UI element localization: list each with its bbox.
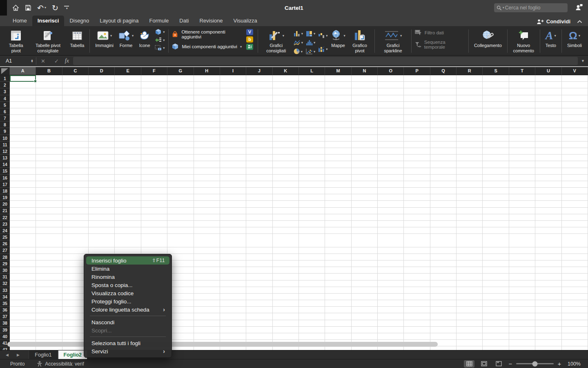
selected-cell-a1[interactable] [10,75,36,82]
combo-chart-button[interactable]: ▾ [318,45,327,53]
row-header-8[interactable]: 8 [0,121,10,128]
row-header-9[interactable]: 9 [0,128,10,135]
column-header-e[interactable]: E [115,67,141,75]
menu-item-elimina[interactable]: Elimina [86,265,169,273]
pivot-table-button[interactable]: Tabella pivot [4,28,29,54]
row-header-17[interactable]: 17 [0,181,10,188]
menu-item-scopri[interactable]: Scopri... [86,326,169,334]
my-addins-dropdown-icon[interactable]: ▾ [240,45,242,49]
row-header-36[interactable]: 36 [0,307,10,313]
maps-button[interactable]: ▾ Mappe [328,28,347,48]
row-header-29[interactable]: 29 [0,260,10,267]
page-layout-view-button[interactable] [479,360,489,368]
column-header-m[interactable]: M [325,67,351,75]
menu-item-proteggi-foglio[interactable]: Proteggi foglio... [86,297,169,305]
text-dropdown-icon[interactable]: ▾ [555,34,556,38]
row-header-19[interactable]: 19 [0,194,10,201]
symbols-button[interactable]: Ω▾ Simboli [565,28,584,48]
column-header-g[interactable]: G [167,67,194,75]
select-all-corner[interactable] [0,67,10,75]
row-header-30[interactable]: 30 [0,267,10,274]
home-button[interactable] [12,4,19,11]
new-comment-button[interactable]: Nuovo commento [510,28,537,54]
recommended-charts-button[interactable]: ▾ Grafici consigliati [261,28,292,54]
3d-models-button[interactable]: ▾ [155,29,165,35]
column-header-k[interactable]: K [273,67,299,75]
collapse-ribbon-button[interactable] [577,20,582,23]
icons-button[interactable]: Icone [136,28,153,48]
column-header-q[interactable]: Q [430,67,457,75]
waterfall-chart-button[interactable]: ▾ [318,32,327,40]
row-header-4[interactable]: 4 [0,95,10,102]
zoom-out-button[interactable]: − [508,360,513,367]
row-header-11[interactable]: 11 [0,141,10,148]
link-button[interactable]: Collegamento [472,28,504,48]
waterfall-chart-dropdown-icon[interactable]: ▾ [326,34,327,38]
row-header-5[interactable]: 5 [0,102,10,108]
column-header-v[interactable]: V [562,67,588,75]
tab-revisione[interactable]: Revisione [194,16,228,26]
column-header-h[interactable]: H [194,67,220,75]
row-header-22[interactable]: 22 [0,214,10,221]
row-header-39[interactable]: 39 [0,327,10,333]
row-header-35[interactable]: 35 [0,300,10,307]
slicer-button[interactable]: Filtro dati [414,29,466,36]
row-header-15[interactable]: 15 [0,168,10,174]
search-scope-chevron-icon[interactable]: ▾ [503,6,504,9]
statistic-chart-button[interactable]: ▾ [305,38,315,46]
scatter-chart-button[interactable]: ▾ [305,47,315,55]
customize-toolbar-button[interactable]: ▾ [64,6,69,10]
zoom-in-button[interactable]: + [557,360,562,367]
prev-sheet-button[interactable]: ◀ [6,353,9,357]
column-header-s[interactable]: S [483,67,509,75]
column-header-n[interactable]: N [352,67,378,75]
images-dropdown-icon[interactable]: ▾ [110,34,112,38]
column-header-t[interactable]: T [509,67,535,75]
smartart-button[interactable]: ▾ [155,37,165,43]
line-chart-dropdown-icon[interactable]: ▾ [301,40,303,45]
tab-disegno[interactable]: Disegno [64,16,94,26]
my-addins-button[interactable]: Miei componenti aggiuntivi ▾ [172,43,243,50]
expand-formula-bar-icon[interactable]: ▼ [581,59,588,63]
images-button[interactable]: ▾ Immagini [93,28,116,48]
row-header-10[interactable]: 10 [0,135,10,141]
column-header-b[interactable]: B [36,67,62,75]
row-header-2[interactable]: 2 [0,82,10,88]
row-header-37[interactable]: 37 [0,313,10,320]
timeline-button[interactable]: Sequenza temporale [414,40,466,49]
row-header-16[interactable]: 16 [0,175,10,181]
row-header-13[interactable]: 13 [0,155,10,161]
undo-dropdown-icon[interactable]: ▾ [45,6,46,9]
menu-item-sposta-o-copia[interactable]: Sposta o copia... [86,281,169,289]
menu-item-seleziona-tutti-i-fogli[interactable]: Seleziona tutti i fogli [86,339,169,347]
shapes-button[interactable]: ▾ Forme [116,28,136,48]
column-chart-button[interactable]: ▾ [293,29,303,37]
row-header-27[interactable]: 27 [0,247,10,254]
account-button[interactable] [575,3,583,11]
menu-item-inserisci-foglio[interactable]: Inserisci foglio⇧F11 [86,256,169,265]
3d-models-dropdown-icon[interactable]: ▾ [163,30,165,34]
column-header-o[interactable]: O [378,67,404,75]
tab-layout-di-pagina[interactable]: Layout di pagina [94,16,144,26]
name-box-spinner[interactable]: ▲▼ [31,59,33,63]
tab-inserisci[interactable]: Inserisci [32,16,65,26]
row-header-23[interactable]: 23 [0,221,10,227]
next-sheet-button[interactable]: ▶ [17,353,20,357]
tab-home[interactable]: Home [7,16,32,26]
column-header-r[interactable]: R [457,67,483,75]
shapes-dropdown-icon[interactable]: ▾ [132,34,134,38]
row-header-1[interactable]: 1 [0,75,10,82]
row-header-25[interactable]: 25 [0,234,10,240]
smartart-dropdown-icon[interactable]: ▾ [163,38,165,42]
accessibility-status[interactable]: Accessibilità: verif [37,361,84,367]
page-break-view-button[interactable] [493,360,504,368]
row-header-6[interactable]: 6 [0,108,10,115]
column-header-j[interactable]: J [246,67,272,75]
menu-item-colore-linguetta-scheda[interactable]: Colore linguetta scheda› [86,305,169,314]
column-header-a[interactable]: A [10,67,36,75]
screenshot-button[interactable]: ▾ [155,45,165,51]
enter-button[interactable]: ✓ [50,58,63,64]
row-header-3[interactable]: 3 [0,88,10,95]
row-header-18[interactable]: 18 [0,188,10,194]
tab-dati[interactable]: Dati [174,16,194,26]
